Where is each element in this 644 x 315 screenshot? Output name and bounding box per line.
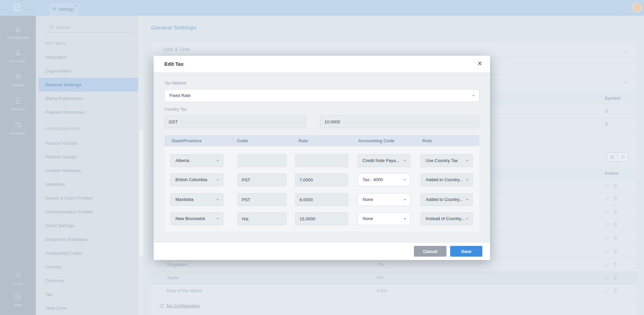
code-input[interactable] [237, 154, 286, 167]
sidebar-item-general-settings[interactable]: General Settings [39, 78, 142, 92]
rate-input[interactable] [295, 193, 348, 206]
sidebar-item-email-settings[interactable]: Email Settings [36, 219, 144, 232]
cancel-button[interactable]: Cancel [414, 246, 446, 257]
column-header-rule: Rule [422, 135, 432, 146]
trash-icon[interactable] [613, 249, 618, 254]
pencil-icon[interactable] [604, 209, 609, 214]
save-button[interactable]: Save [450, 246, 482, 257]
avatar[interactable] [632, 3, 641, 12]
code-input[interactable] [237, 193, 286, 206]
add-button[interactable] [606, 152, 618, 162]
gear-icon: ⚙ [52, 6, 56, 11]
rail-item-label: PAYMENT [0, 132, 36, 135]
table-header-row: State/Province Code Rate Accounting Code… [164, 135, 479, 146]
bell-icon[interactable] [618, 4, 625, 11]
sidebar-item-integration[interactable]: Integration [36, 50, 144, 64]
trash-icon[interactable] [613, 222, 618, 227]
sidebar-scrollbar[interactable] [138, 16, 144, 315]
section-date-time-label: Date & Time [163, 47, 190, 52]
trash-icon[interactable] [613, 209, 618, 214]
scrollbar-thumb[interactable] [139, 130, 143, 257]
accounting-code-select[interactable]: None [358, 212, 411, 225]
pencil-icon[interactable] [604, 222, 609, 227]
rail-item-order[interactable]: ORDER [0, 73, 36, 87]
sidebar-item-custom-attributes[interactable]: Custom Attributes [36, 164, 144, 177]
trash-icon[interactable] [613, 288, 618, 293]
country-tax-name-input[interactable] [164, 115, 306, 128]
sidebar-item-currency[interactable]: Currency [36, 274, 144, 287]
rail-item-todo[interactable]: TO DO [0, 271, 36, 285]
country-name: Rest of the World [167, 284, 202, 297]
symbol-column-header: Symbol [605, 92, 621, 105]
sidebar-item-communication-profiles[interactable]: Communication Profiles [36, 205, 144, 219]
tax-method-select[interactable]: Fixed Rate [164, 89, 479, 102]
state-province-select[interactable]: British Columbia [170, 173, 223, 186]
rate-input[interactable] [295, 173, 348, 186]
accounting-code-value: None [358, 194, 410, 206]
rule-select[interactable]: Use Country Tax [421, 154, 473, 167]
action-column-header: Action [605, 168, 618, 179]
trash-icon[interactable] [613, 235, 618, 241]
accounting-code-select[interactable]: Credit Note Paya... [358, 154, 411, 167]
state-province-select[interactable]: Manitoba [170, 193, 223, 206]
state-province-value: New Brunswick [171, 213, 223, 225]
table-row: New Brunswick None Instead of Country... [164, 212, 479, 225]
rate-input[interactable] [295, 212, 348, 225]
sidebar-item-product-groups[interactable]: Product Groups [36, 150, 144, 164]
search-icon [49, 24, 54, 30]
rate-input[interactable] [295, 154, 348, 167]
section-date-time[interactable]: Date & Time [151, 42, 637, 58]
search-input[interactable] [55, 23, 124, 32]
code-input[interactable] [237, 173, 286, 186]
rule-select[interactable]: Added to Country... [421, 193, 473, 206]
country-tax-rate-input[interactable] [320, 115, 479, 128]
sidebar-item-variations[interactable]: Variations [36, 177, 144, 191]
tab-settings[interactable]: ⚙ Settings × [49, 3, 79, 16]
pencil-icon[interactable] [604, 288, 609, 293]
trash-icon[interactable] [613, 262, 618, 267]
accounting-code-select[interactable]: Tax - 4000 [358, 173, 411, 186]
sidebar-item-accounting-codes[interactable]: Accounting Codes [36, 246, 144, 260]
refresh-button[interactable] [617, 152, 628, 162]
sidebar-item-document-templates[interactable]: Document Templates [36, 232, 144, 246]
chevron-down-icon[interactable] [622, 48, 628, 51]
invoice-icon [14, 97, 22, 104]
pencil-icon[interactable] [604, 235, 609, 241]
rail-item-new[interactable]: NEW [0, 293, 36, 307]
rule-select[interactable]: Added to Country... [421, 173, 473, 186]
sidebar-item-events-event-profiles[interactable]: Events & Event Profiles [36, 191, 144, 205]
province-tax-table: State/Province Code Rate Accounting Code… [164, 135, 479, 231]
sidebar-item-country[interactable]: Country [36, 260, 144, 274]
accounting-code-select[interactable]: None [358, 193, 411, 206]
rail-item-account[interactable]: ACCOUNT [0, 49, 36, 63]
table-row-japan: Japan 8% [151, 271, 637, 284]
sidebar-item-payment-processor[interactable]: Payment Processor [36, 105, 144, 119]
code-input[interactable] [237, 212, 286, 225]
rail-item-dashboard[interactable]: DASHBOARD [0, 25, 36, 40]
chevron-up-icon[interactable] [622, 80, 628, 83]
sidebar-item-account-groups[interactable]: Account Groups [36, 136, 144, 150]
modal-body: Tax Method Fixed Rate Country Tax State/… [154, 72, 490, 243]
sidebar-item-time-zone[interactable]: Time Zone [36, 301, 144, 315]
pencil-icon[interactable] [604, 275, 609, 280]
trash-icon[interactable] [613, 196, 618, 201]
sidebar-item-organization[interactable]: Organization [36, 64, 144, 78]
column-header-rate: Rate [299, 135, 308, 146]
rule-select[interactable]: Instead of Country... [421, 212, 473, 225]
trash-icon[interactable] [613, 275, 618, 280]
state-province-select[interactable]: New Brunswick [170, 212, 223, 225]
sidebar-item-billing-preferences[interactable]: Billing Preferences [36, 92, 144, 105]
pencil-icon[interactable] [604, 183, 609, 188]
sidebar-item-tax[interactable]: Tax [36, 287, 144, 301]
trash-icon[interactable] [613, 183, 618, 188]
tax-configuration-link[interactable]: Tax Configuration [160, 303, 200, 308]
close-icon[interactable]: × [478, 60, 482, 67]
search-divider [45, 33, 131, 33]
rail-item-invoice[interactable]: INVOICE [0, 97, 36, 111]
rail-item-payment[interactable]: PAYMENT [0, 121, 36, 135]
pencil-icon[interactable] [604, 196, 609, 201]
state-province-select[interactable]: Alberta [170, 154, 223, 167]
pencil-icon[interactable] [604, 262, 609, 267]
pencil-icon[interactable] [604, 249, 609, 254]
tab-close-icon[interactable]: × [74, 3, 77, 8]
